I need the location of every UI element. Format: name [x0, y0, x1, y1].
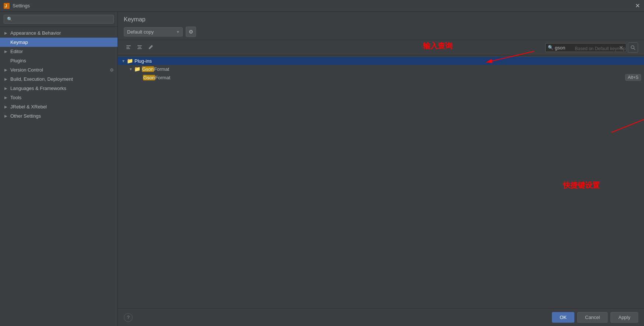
- keymap-scheme-dropdown[interactable]: Default copy: [124, 27, 183, 37]
- svg-point-8: [631, 46, 634, 49]
- keymap-gear-button[interactable]: ⚙: [186, 27, 196, 37]
- sidebar-item-editor-label: Editor: [10, 49, 23, 54]
- bottom-actions: OK Cancel Apply: [552, 312, 638, 323]
- close-button[interactable]: ✕: [634, 3, 640, 9]
- keymap-section-title: Keymap: [124, 16, 638, 23]
- tree-row-gsonformat-folder[interactable]: ▼ 📁 GsonFormat: [118, 65, 644, 73]
- based-on-label: Based on Default keymap: [575, 46, 626, 51]
- settings-icon-vc: ⚙: [110, 67, 114, 73]
- svg-rect-7: [137, 48, 142, 49]
- tree-area: ▼ 📁 Plug-ins ▼ 📁 GsonFormat GsonFo: [118, 55, 644, 308]
- sidebar-nav: ▶ Appearance & Behavior Keymap ▶ Editor …: [0, 27, 118, 326]
- sidebar-item-plugins[interactable]: Plugins: [0, 56, 118, 65]
- content-body: Based on Default keymap: [118, 40, 644, 308]
- content-area: Keymap Default copy ▼ ⚙ Based on Default…: [118, 12, 644, 326]
- shortcut-badge-altS: Alt+S: [625, 74, 641, 81]
- sidebar-item-other-label: Other Settings: [10, 113, 41, 119]
- sidebar-item-appearance[interactable]: ▶ Appearance & Behavior: [0, 28, 118, 38]
- svg-rect-2: [126, 45, 131, 46]
- collapse-all-button[interactable]: [124, 43, 133, 52]
- highlight-gson-2: Gson: [143, 75, 155, 80]
- sidebar-item-languages[interactable]: ▶ Languages & Frameworks: [0, 84, 118, 93]
- keymap-toolbar: Default copy ▼ ⚙: [124, 27, 638, 37]
- chevron-right-icon: ▶: [4, 31, 8, 35]
- sidebar-search-input[interactable]: [14, 17, 111, 22]
- svg-rect-4: [126, 48, 130, 49]
- highlight-gson-1: Gson: [142, 66, 154, 72]
- tree-row-plugins[interactable]: ▼ 📁 Plug-ins: [118, 57, 644, 65]
- sidebar-search-wrapper[interactable]: 🔍: [4, 15, 114, 24]
- svg-rect-3: [126, 47, 129, 48]
- window-title: Settings: [13, 3, 634, 8]
- sidebar-item-tools[interactable]: ▶ Tools: [0, 93, 118, 102]
- svg-rect-5: [137, 45, 142, 46]
- sidebar-item-jrebel-label: JRebel & XRebel: [10, 104, 47, 110]
- tree-row-gsonformat-action[interactable]: GsonFormat Alt+S: [118, 73, 644, 82]
- expand-icon-plugins: ▼: [121, 59, 126, 63]
- sidebar-item-version-control[interactable]: ▶ Version Control ⚙: [0, 65, 118, 74]
- chevron-right-icon-build: ▶: [4, 77, 8, 82]
- sidebar-item-editor[interactable]: ▶ Editor: [0, 47, 118, 56]
- sidebar-item-tools-label: Tools: [10, 95, 21, 100]
- keymap-dropdown-wrapper[interactable]: Default copy ▼: [124, 27, 183, 37]
- folder-icon-gsonformat: 📁: [134, 66, 140, 72]
- tree-label-gsonformat-action: GsonFormat: [143, 75, 170, 80]
- sidebar-item-plugins-label: Plugins: [10, 58, 26, 63]
- sidebar-search-area: 🔍: [0, 12, 118, 27]
- svg-rect-6: [138, 47, 141, 48]
- sidebar-item-keymap[interactable]: Keymap: [0, 38, 118, 47]
- sidebar-item-vc-label: Version Control: [10, 67, 43, 73]
- title-bar: J Settings ✕: [0, 0, 644, 12]
- sidebar-item-jrebel[interactable]: ▶ JRebel & XRebel: [0, 102, 118, 111]
- chevron-right-icon-vc: ▶: [4, 68, 8, 72]
- chevron-right-icon-jrebel: ▶: [4, 105, 8, 109]
- cancel-button[interactable]: Cancel: [577, 312, 608, 323]
- sidebar-item-other[interactable]: ▶ Other Settings: [0, 111, 118, 121]
- app-icon: J: [4, 3, 10, 9]
- chevron-right-icon-lang: ▶: [4, 86, 8, 91]
- chevron-right-icon-tools: ▶: [4, 96, 8, 100]
- help-button[interactable]: ?: [124, 313, 133, 322]
- chevron-right-icon-other: ▶: [4, 114, 8, 118]
- sidebar-item-build[interactable]: ▶ Build, Execution, Deployment: [0, 74, 118, 84]
- sidebar-item-appearance-label: Appearance & Behavior: [10, 30, 61, 36]
- bottom-bar: ? OK Cancel Apply: [118, 308, 644, 326]
- tree-label-plugins: Plug-ins: [134, 58, 152, 64]
- sidebar: 🔍 ▶ Appearance & Behavior Keymap ▶ Edito…: [0, 12, 118, 326]
- chevron-right-icon-editor: ▶: [4, 49, 8, 54]
- find-usages-button[interactable]: [628, 42, 638, 53]
- ok-button[interactable]: OK: [552, 312, 574, 323]
- content-header: Keymap Default copy ▼ ⚙: [118, 12, 644, 40]
- sidebar-item-keymap-label: Keymap: [10, 39, 28, 45]
- keymap-action-bar: 🔍 ✕: [118, 40, 644, 55]
- expand-icon-gsonformat: ▼: [128, 67, 133, 71]
- svg-line-9: [634, 48, 635, 50]
- main-layout: 🔍 ▶ Appearance & Behavior Keymap ▶ Edito…: [0, 12, 644, 326]
- expand-all-button[interactable]: [135, 43, 144, 52]
- tree-label-gsonformat-folder: GsonFormat: [142, 66, 169, 72]
- sidebar-search-icon: 🔍: [7, 17, 13, 22]
- sidebar-item-languages-label: Languages & Frameworks: [10, 86, 66, 91]
- edit-button[interactable]: [146, 43, 155, 52]
- apply-button[interactable]: Apply: [610, 312, 638, 323]
- folder-icon-plugins: 📁: [127, 58, 133, 64]
- svg-text:J: J: [5, 4, 7, 8]
- sidebar-item-build-label: Build, Execution, Deployment: [10, 76, 73, 82]
- search-icon: 🔍: [548, 45, 553, 50]
